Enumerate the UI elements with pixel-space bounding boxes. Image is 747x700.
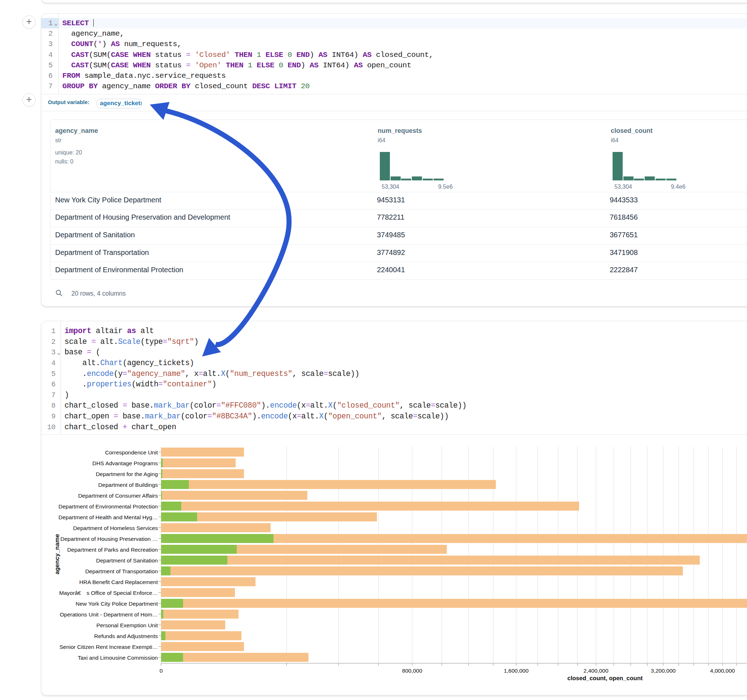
svg-text:Department of Sanitation: Department of Sanitation	[96, 557, 158, 564]
svg-text:800,000: 800,000	[402, 668, 422, 674]
svg-text:Department of Housing Preserva: Department of Housing Preservation …	[60, 536, 158, 542]
svg-text:HRA Benefit Card Replacement: HRA Benefit Card Replacement	[79, 579, 158, 585]
svg-text:Refunds and Adjustments: Refunds and Adjustments	[94, 633, 158, 639]
svg-text:Department of Homeless Service: Department of Homeless Services	[73, 525, 158, 531]
svg-text:Department of Consumer Affairs: Department of Consumer Affairs	[78, 493, 158, 499]
svg-text:Department of Buildings: Department of Buildings	[98, 482, 158, 488]
svg-text:DHS Advantage Programs: DHS Advantage Programs	[92, 460, 158, 466]
svg-text:Taxi and Limousine Commission: Taxi and Limousine Commission	[78, 655, 158, 661]
svg-text:Department of Health and Menta: Department of Health and Mental Hyg…	[58, 514, 158, 520]
svg-text:Correspondence Unit: Correspondence Unit	[105, 450, 158, 456]
svg-text:Department of Environmental Pr: Department of Environmental Protection	[58, 503, 158, 510]
svg-text:closed_count, open_count: closed_count, open_count	[567, 675, 643, 681]
svg-text:agency_name: agency_name	[54, 534, 60, 574]
svg-text:4,000,000: 4,000,000	[710, 668, 735, 674]
svg-text:3,200,000: 3,200,000	[651, 668, 676, 674]
svg-text:Department of Parks and Recrea: Department of Parks and Recreation	[67, 547, 158, 553]
svg-text:1,600,000: 1,600,000	[504, 668, 529, 674]
svg-text:Mayorâ€ s Office of Special En: Mayorâ€ s Office of Special Enforce…	[59, 590, 158, 596]
svg-text:0: 0	[160, 668, 163, 674]
svg-text:Operations Unit - Department o: Operations Unit - Department of Hom…	[60, 611, 158, 617]
svg-text:Department of Transportation: Department of Transportation	[85, 568, 158, 574]
svg-text:Personal Exemption Unit: Personal Exemption Unit	[96, 622, 158, 628]
svg-text:New York City Police Departmen: New York City Police Department	[76, 600, 158, 607]
svg-text:2,400,000: 2,400,000	[584, 668, 608, 674]
svg-text:Department for the Aging: Department for the Aging	[96, 471, 158, 477]
svg-text:Senior Citizen Rent Increase E: Senior Citizen Rent Increase Exempti…	[59, 644, 158, 650]
